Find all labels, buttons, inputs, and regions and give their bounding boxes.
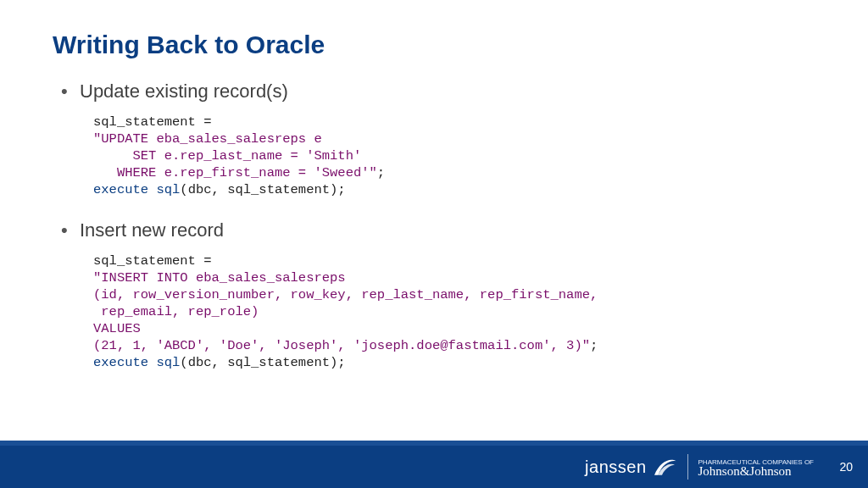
code-block-update: sql_statement = "UPDATE eba_sales_salesr…: [93, 114, 807, 198]
bullet-2: • Insert new record: [61, 219, 807, 242]
janssen-swoosh-icon: [652, 456, 677, 478]
code-keyword: sql: [148, 355, 180, 370]
brand-divider: [687, 454, 688, 480]
code-line: "INSERT INTO eba_sales_salesreps: [93, 270, 346, 286]
code-line: rep_email, rep_role): [93, 304, 259, 319]
janssen-logo: janssen: [585, 456, 676, 478]
slide-title: Writing Back to Oracle: [53, 30, 325, 59]
code-text: ;: [590, 338, 598, 353]
janssen-wordmark: janssen: [585, 458, 646, 477]
code-line: sql_statement =: [93, 253, 212, 269]
code-keyword: execute: [93, 355, 148, 370]
slide: Writing Back to Oracle • Update existing…: [0, 0, 868, 488]
code-text: (dbc, sql_statement);: [180, 355, 345, 370]
code-line: "UPDATE eba_sales_salesreps e: [93, 131, 322, 147]
code-block-insert: sql_statement = "INSERT INTO eba_sales_s…: [93, 252, 807, 371]
code-line: (id, row_version_number, row_key, rep_la…: [93, 287, 598, 302]
jnj-script: Johnson&Johnson: [698, 467, 814, 475]
code-line: SET e.rep_last_name = 'Smith': [93, 148, 361, 164]
code-line: VALUES: [93, 321, 141, 336]
bullet-2-text: Insert new record: [80, 219, 224, 242]
code-keyword: execute: [93, 182, 148, 197]
bullet-icon: •: [61, 219, 80, 242]
code-line: (21, 1, 'ABCD', 'Doe', 'Joseph', 'joseph…: [93, 338, 590, 353]
code-text: (dbc, sql_statement);: [180, 182, 345, 197]
page-number: 20: [832, 460, 853, 474]
brand-block: janssen PHARMACEUTICAL COMPANIES OF John…: [585, 454, 814, 480]
code-line: WHERE e.rep_first_name = 'Sweed'": [93, 165, 377, 180]
code-line: sql_statement =: [93, 114, 212, 130]
footer: janssen PHARMACEUTICAL COMPANIES OF John…: [0, 446, 868, 488]
jnj-logo: PHARMACEUTICAL COMPANIES OF Johnson&John…: [698, 458, 814, 475]
code-text: ;: [377, 165, 385, 180]
code-keyword: sql: [148, 182, 180, 197]
bullet-icon: •: [61, 80, 80, 103]
bullet-1: • Update existing record(s): [61, 80, 807, 103]
slide-content: • Update existing record(s) sql_statemen…: [61, 80, 807, 391]
bullet-1-text: Update existing record(s): [80, 80, 288, 103]
